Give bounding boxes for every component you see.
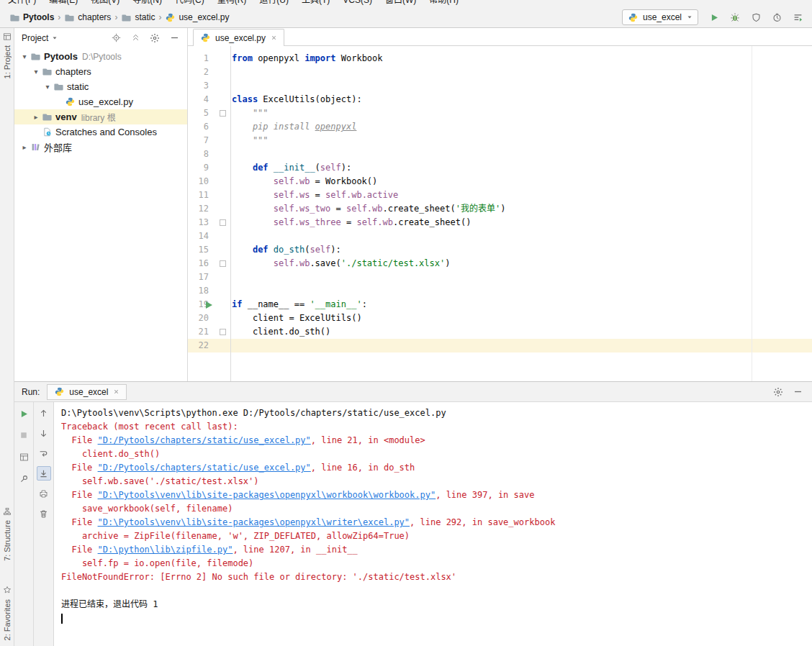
line-number[interactable]: 8	[204, 147, 209, 161]
line-number[interactable]: 16	[199, 257, 209, 270]
gutter-cell[interactable]: 2	[188, 65, 230, 79]
line-number[interactable]: 6	[204, 120, 209, 134]
down-stack-trace-button[interactable]	[37, 426, 51, 440]
editor-line-5[interactable]: 5 """	[188, 106, 812, 120]
profiler-button[interactable]	[770, 10, 784, 24]
editor-line-21[interactable]: 21 client.do_sth()	[188, 325, 812, 339]
editor-line-15[interactable]: 15 def do_sth(self):	[188, 243, 812, 257]
rerun-button[interactable]	[17, 406, 31, 421]
tree-toggle-arrow[interactable]: ▸	[19, 143, 30, 151]
fold-marker-icon[interactable]	[220, 219, 226, 226]
editor-line-19[interactable]: 19if __name__ == '__main__':	[188, 298, 812, 311]
line-number[interactable]: 12	[199, 202, 209, 216]
scroll-to-end-button[interactable]	[37, 466, 51, 481]
run-tab-use-excel[interactable]: use_excel	[47, 384, 127, 400]
editor-line-18[interactable]: 18	[188, 284, 812, 298]
gutter-cell[interactable]: 6	[188, 120, 230, 134]
editor-line-10[interactable]: 10 self.wb = Workbook()	[188, 175, 812, 188]
project-panel-title[interactable]: Project	[22, 33, 48, 43]
menu-item[interactable]: 编辑(E)	[42, 0, 84, 7]
menu-item[interactable]: 视图(V)	[84, 0, 126, 7]
tree-item-chapters[interactable]: ▾chapters	[14, 64, 187, 79]
collapse-all-button[interactable]	[128, 31, 143, 45]
breadcrumb-item[interactable]: use_excel.py	[163, 11, 231, 24]
menu-item[interactable]: 窗口(W)	[379, 0, 423, 7]
gutter-cell[interactable]: 8	[188, 147, 230, 161]
line-number[interactable]: 13	[199, 216, 209, 229]
editor-tab-use-excel[interactable]: use_excel.py	[193, 29, 284, 46]
editor-line-9[interactable]: 9 def __init__(self):	[188, 161, 812, 175]
line-number[interactable]: 17	[199, 270, 209, 284]
line-number[interactable]: 18	[199, 284, 209, 298]
gutter-cell[interactable]: 18	[188, 284, 230, 298]
gutter-cell[interactable]: 14	[188, 229, 230, 243]
close-icon[interactable]	[112, 386, 119, 397]
stop-button[interactable]	[17, 428, 31, 442]
pin-tab-button[interactable]	[17, 471, 31, 486]
fold-marker-icon[interactable]	[220, 329, 226, 335]
tree-toggle-arrow[interactable]: ▸	[30, 113, 42, 121]
line-number[interactable]: 15	[199, 243, 209, 257]
debug-button[interactable]	[728, 10, 742, 24]
tool-stripe-structure-button[interactable]: 7: Structure	[0, 506, 14, 561]
gutter-cell[interactable]: 3	[188, 79, 230, 93]
tree-toggle-arrow[interactable]: ▾	[19, 53, 30, 60]
tree-item-static[interactable]: ▾static	[14, 79, 187, 94]
tree-item-use-excel-py[interactable]: use_excel.py	[14, 94, 187, 109]
stack-trace-link[interactable]: "D:\python\lib\zipfile.py"	[98, 545, 233, 555]
line-number[interactable]: 14	[199, 229, 209, 243]
line-number[interactable]: 7	[204, 134, 209, 147]
gutter-cell[interactable]: 22	[188, 339, 230, 352]
hide-panel-button[interactable]	[167, 31, 181, 45]
run-button[interactable]	[707, 10, 721, 24]
menu-item[interactable]: 工具(T)	[295, 0, 336, 7]
stack-trace-link[interactable]: "D:/Pytools/chapters/static/use_excel.py…	[98, 435, 311, 445]
editor-line-8[interactable]: 8	[188, 147, 812, 161]
breadcrumb-item[interactable]: static	[119, 11, 157, 24]
restore-layout-button[interactable]	[17, 450, 31, 464]
gutter-cell[interactable]: 12	[188, 202, 230, 216]
hide-run-panel-button[interactable]	[790, 385, 805, 399]
editor-line-3[interactable]: 3	[188, 79, 812, 93]
gutter-cell[interactable]: 16	[188, 257, 230, 270]
breadcrumb-item[interactable]: chapters	[62, 11, 113, 24]
tree-item-external-libraries[interactable]: ▸外部库	[14, 140, 187, 155]
run-line-icon[interactable]	[206, 301, 212, 309]
menu-item[interactable]: 帮助(H)	[423, 0, 465, 7]
stack-trace-link[interactable]: "D:\Pytools\venv\lib\site-packages\openp…	[98, 490, 436, 500]
editor-line-16[interactable]: 16 self.wb.save('./static/test.xlsx')	[188, 257, 812, 270]
stack-trace-link[interactable]: "D:\Pytools\venv\lib\site-packages\openp…	[98, 517, 410, 527]
editor-line-17[interactable]: 17	[188, 270, 812, 284]
line-number[interactable]: 3	[204, 79, 209, 93]
gutter-cell[interactable]: 10	[188, 175, 230, 188]
line-number[interactable]: 21	[199, 325, 209, 339]
tree-toggle-arrow[interactable]: ▾	[30, 68, 42, 76]
coverage-button[interactable]	[749, 10, 763, 24]
tree-item-pytools[interactable]: ▾PytoolsD:\Pytools	[14, 49, 187, 64]
locate-button[interactable]	[109, 31, 123, 45]
print-button[interactable]	[37, 486, 51, 501]
editor-line-20[interactable]: 20 client = ExcelUtils()	[188, 311, 812, 325]
editor-line-13[interactable]: 13 self.ws_three = self.wb.create_sheet(…	[188, 216, 812, 229]
close-icon[interactable]	[270, 32, 277, 43]
line-number[interactable]: 2	[204, 65, 209, 79]
editor-line-7[interactable]: 7 """	[188, 134, 812, 147]
line-number[interactable]: 4	[204, 93, 209, 106]
line-number[interactable]: 20	[199, 311, 209, 325]
gutter-cell[interactable]: 9	[188, 161, 230, 175]
line-number[interactable]: 1	[204, 52, 209, 65]
up-stack-trace-button[interactable]	[37, 406, 51, 420]
line-number[interactable]: 10	[199, 175, 209, 188]
menu-item[interactable]: VCS(S)	[336, 0, 379, 7]
gutter-cell[interactable]: 1	[188, 52, 230, 65]
gutter-cell[interactable]: 11	[188, 188, 230, 202]
editor-line-2[interactable]: 2	[188, 65, 812, 79]
settings-button[interactable]	[148, 31, 162, 45]
menu-item[interactable]: 代码(C)	[168, 0, 211, 7]
menu-item[interactable]: 文件(F)	[1, 0, 42, 7]
menu-item[interactable]: 导航(N)	[126, 0, 168, 7]
tool-stripe-favorites-button[interactable]: 2: Favorites	[0, 585, 14, 640]
tree-toggle-arrow[interactable]: ▾	[42, 83, 53, 91]
gutter-cell[interactable]: 19	[188, 298, 230, 311]
clear-console-button[interactable]	[37, 506, 51, 521]
